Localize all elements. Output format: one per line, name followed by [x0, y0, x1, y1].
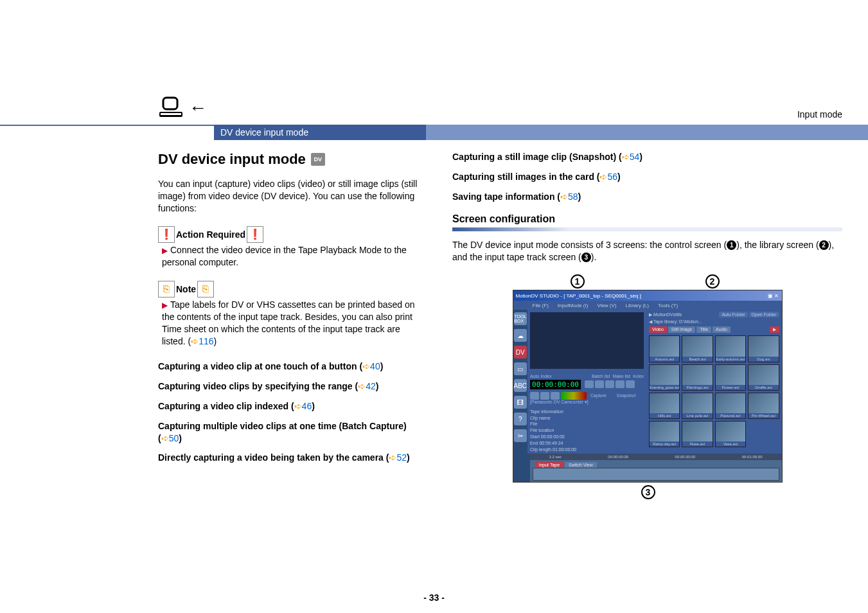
window-menu: File (F) InputMode (I) View (V) Library … — [513, 301, 782, 310]
section-rule — [452, 227, 842, 231]
screen-config-heading: Screen configuration — [452, 213, 842, 225]
callout-number-1: 1 — [727, 240, 736, 250]
topic-link[interactable]: Capturing video clips by specifying the … — [158, 380, 421, 393]
topic-link[interactable]: Capturing multiple video clips at one ti… — [158, 420, 421, 445]
track-tab: Switch View — [565, 462, 597, 468]
topic-link[interactable]: Saving tape information (➪58) — [452, 191, 842, 203]
arrow-left-icon: ← — [189, 98, 207, 118]
header-mode-label: Input mode — [797, 109, 842, 120]
page-title: DV device input mode DV — [158, 151, 421, 168]
scissors-tool-icon: ✂ — [514, 429, 527, 442]
thumb-item: Dog.avi — [748, 335, 779, 362]
thumb-item: Beach.avi — [682, 335, 713, 362]
tool-strip: TOOLBOX ☁ DV ▭ ABC 🎞 ? ✂ — [513, 310, 528, 454]
page-number: - 33 - — [0, 592, 868, 603]
window-titlebar: MotionDV STUDIO - [ TAP_0001_top - SEQ00… — [513, 290, 782, 301]
action-required-text: ▶Connect the video device in the Tape Pl… — [162, 244, 421, 269]
thumb-item: Pastoral.avi — [715, 393, 746, 419]
tape-info-panel: Tape information Clip name File File loc… — [527, 407, 646, 454]
section-bar: DV device input mode — [0, 125, 868, 140]
film-tool-icon: 🎞 — [514, 396, 527, 409]
timecode-counter: 00:00:00:00 — [530, 380, 581, 389]
menu-item: InputMode (I) — [558, 303, 589, 308]
warning-icon: ❗ — [247, 226, 263, 243]
topic-link[interactable]: Directly capturing a video being taken b… — [158, 452, 421, 464]
menu-item: File (F) — [533, 303, 549, 308]
library-tabs: Video Still image Title Audio ▶ — [649, 326, 779, 333]
help-tool-icon: ? — [514, 413, 527, 425]
thumb-item: Vase.avi — [715, 421, 746, 447]
time-ruler: 1:2 sec 00:00:00:00 00:00:30:00 00:01:00… — [530, 454, 782, 460]
thumb-item: Evening_glow.avi — [649, 364, 680, 391]
track-left-label — [513, 454, 530, 482]
note-label: Note — [176, 284, 196, 294]
callout-bubble-2: 2 — [705, 274, 720, 289]
tool-button: TOOLBOX — [514, 312, 527, 325]
screen-config-text: The DV device input mode consists of 3 s… — [452, 239, 842, 263]
transport-controls: Auto Index Batch list Make list Index 00… — [527, 371, 646, 407]
thumb-item: Flamingo.avi — [682, 364, 713, 391]
cloud-icon: ☁ — [514, 329, 527, 342]
card-tool-icon: ▭ — [514, 362, 527, 375]
note-icon: ⎘ — [197, 281, 214, 298]
dv-tool-icon: DV — [514, 346, 527, 359]
track-tab: Input Tape — [535, 462, 564, 468]
topic-link[interactable]: Capturing a still image clip (Snapshot) … — [452, 151, 842, 163]
thumb-item: Rose.avi — [682, 421, 713, 447]
thumb-item: Flower.avi — [715, 364, 746, 391]
library-panel: ▶ MotionDVstills Auto Folder Open Folder… — [646, 310, 781, 454]
thumb-item: Pin-Wheel.avi — [748, 393, 779, 419]
thumbnail-grid: Autumn.avi Beach.avi Early-autumn.avi Do… — [649, 335, 779, 451]
intro-paragraph: You can input (capture) video clips (vid… — [158, 178, 421, 215]
device-select: [Panasonic DV Camcorder ▾] — [530, 400, 644, 405]
thumb-item: Early-autumn.avi — [715, 335, 746, 362]
menu-item: Tools (T) — [658, 303, 678, 308]
transport-buttons — [585, 380, 635, 388]
svg-rect-0 — [163, 98, 177, 109]
svg-rect-2 — [161, 113, 181, 115]
thumb-item: Autumn.avi — [649, 335, 680, 362]
topic-link[interactable]: Capturing still images in the card (➪56) — [452, 171, 842, 183]
action-required-label: Action Required — [176, 229, 245, 240]
topic-link[interactable]: Capturing a video clip indexed (➪46) — [158, 400, 421, 413]
app-screenshot: 1 2 MotionDV STUDIO - [ TAP_0001_top - S… — [513, 274, 783, 501]
note-text: ▶Tape labels for DV or VHS cassettes can… — [162, 299, 421, 348]
menu-item: Library (L) — [626, 303, 649, 308]
callout-number-3: 3 — [581, 253, 591, 262]
menu-item: View (V) — [597, 303, 616, 308]
topic-link[interactable]: Capturing a video clip at one touch of a… — [158, 360, 421, 373]
callout-bubble-1: 1 — [571, 274, 585, 289]
text-tool-icon: ABC — [514, 379, 527, 392]
app-window: MotionDV STUDIO - [ TAP_0001_top - SEQ00… — [513, 290, 783, 483]
track-lane — [533, 468, 779, 481]
control-panel: Auto Index Batch list Make list Index 00… — [527, 310, 646, 454]
dv-mode-icon: DV — [311, 153, 325, 166]
xref-link[interactable]: 116 — [199, 336, 213, 346]
warning-icon: ❗ — [158, 226, 175, 243]
callout-number-2: 2 — [819, 240, 829, 250]
thumb-item: Rainy-day.avi — [649, 421, 680, 447]
input-tape-track: 1:2 sec 00:00:00:00 00:00:30:00 00:01:00… — [513, 454, 782, 482]
preview-area — [530, 312, 644, 368]
thumb-item: Giraffe.avi — [748, 364, 779, 391]
camcorder-icon — [158, 96, 184, 118]
window-title: MotionDV STUDIO - [ TAP_0001_top - SEQ00… — [516, 293, 641, 299]
section-bar-title: DV device input mode — [214, 125, 426, 140]
note-icon: ⎘ — [158, 281, 175, 298]
thumb-item: Hills.avi — [649, 393, 680, 419]
thumb-item: Line pole.avi — [682, 393, 713, 419]
callout-bubble-3: 3 — [641, 485, 655, 499]
window-controls-icon: ▣ ✕ — [768, 293, 779, 299]
